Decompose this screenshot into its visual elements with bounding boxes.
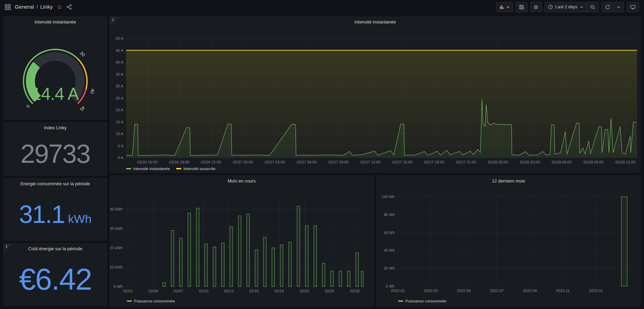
legend-swatch <box>127 300 132 302</box>
svg-text:40 Wh: 40 Wh <box>384 248 395 252</box>
svg-text:15 A: 15 A <box>116 120 124 124</box>
energie-value: 31.1 <box>19 202 65 227</box>
svg-text:0: 0 <box>25 104 31 109</box>
svg-text:2022-11: 2022-11 <box>556 289 570 293</box>
breadcrumb-separator: / <box>36 4 38 10</box>
time-range-label: Last 2 days <box>555 4 577 9</box>
legend-item-intensite-souscrite[interactable]: Intensité souscrite <box>176 167 215 171</box>
panel-title[interactable]: Coût énergie sur la période <box>4 244 107 253</box>
svg-text:10 kWh: 10 kWh <box>110 265 123 269</box>
panel-timeseries-intensite: i Intensité instantanée 0 A5 A10 A15 A20… <box>110 17 641 173</box>
panel-info-corner[interactable] <box>4 244 13 253</box>
svg-text:02/27 00:00: 02/27 00:00 <box>233 160 253 164</box>
svg-text:80 Wh: 80 Wh <box>384 213 395 217</box>
panel-mois-en-cours: Mois en cours 0 Wh10 kWh20 kWh30 kWh40 k… <box>110 176 374 306</box>
legend-item-puissance-consommee[interactable]: Puissance consommée <box>398 299 446 303</box>
svg-text:02/22: 02/22 <box>300 289 309 293</box>
svg-text:02/28 12:00: 02/28 12:00 <box>615 160 635 164</box>
intensite-timeseries-chart[interactable]: 0 A5 A10 A15 A20 A25 A30 A35 A40 A45 A50… <box>110 27 640 165</box>
svg-text:02/27 18:00: 02/27 18:00 <box>424 160 444 164</box>
svg-text:02/13: 02/13 <box>224 289 234 293</box>
share-icon[interactable] <box>66 4 72 10</box>
breadcrumb-section[interactable]: General <box>15 4 34 10</box>
svg-text:25 A: 25 A <box>116 96 124 100</box>
douze-derniers-mois-chart[interactable]: 0 Wh20 Wh40 Wh60 Wh80 Wh100 Wh2022-01202… <box>377 186 640 297</box>
panel-title[interactable]: Energie consommée sur la période <box>4 179 107 188</box>
refresh-controls <box>602 2 624 12</box>
panel-gauge-intensite: Intensité instantanée 030404514.4 A <box>3 17 107 120</box>
svg-text:2022-07: 2022-07 <box>490 289 504 293</box>
monitor-icon <box>630 4 636 10</box>
svg-text:02/26 21:00: 02/26 21:00 <box>201 160 221 164</box>
chevron-down-icon <box>617 5 621 9</box>
svg-text:02/27 21:00: 02/27 21:00 <box>456 160 476 164</box>
panel-title[interactable]: 12 derniers mois <box>377 176 640 186</box>
panel-title[interactable]: Mois en cours <box>110 176 373 186</box>
svg-text:02/25: 02/25 <box>325 289 335 293</box>
cycle-view-button[interactable] <box>627 2 639 12</box>
svg-text:02/16: 02/16 <box>249 289 259 293</box>
mois-legend: Puissance consommée <box>127 299 373 303</box>
panel-add-icon <box>500 4 505 9</box>
refresh-interval-dropdown[interactable] <box>613 2 624 12</box>
apps-grid-icon[interactable] <box>5 4 11 10</box>
legend-item-puissance-consommee[interactable]: Puissance consommée <box>127 299 175 303</box>
timeseries-legend: Intensité instantanée Intensité souscrit… <box>126 167 640 171</box>
svg-text:50 A: 50 A <box>116 36 124 40</box>
gauge-intensite[interactable]: 030404514.4 A <box>4 27 107 118</box>
time-controls: Last 2 days <box>545 2 599 12</box>
breadcrumb[interactable]: General / Linky <box>15 4 53 10</box>
svg-text:02/27 03:00: 02/27 03:00 <box>265 160 285 164</box>
magnifier-minus-icon <box>590 4 595 10</box>
favorite-star-icon[interactable]: ☆ <box>57 4 62 10</box>
svg-text:02/28 03:00: 02/28 03:00 <box>520 160 540 164</box>
svg-text:20 A: 20 A <box>116 108 124 112</box>
refresh-button[interactable] <box>602 2 614 12</box>
legend-label: Puissance consommée <box>134 299 175 303</box>
breadcrumb-page[interactable]: Linky <box>40 4 52 10</box>
panel-info-corner[interactable] <box>110 17 119 26</box>
dashboard-settings-button[interactable]: ⚙ <box>530 2 542 12</box>
info-icon: i <box>112 18 114 22</box>
svg-text:100 Wh: 100 Wh <box>382 195 395 199</box>
zoom-out-time-button[interactable] <box>587 2 599 12</box>
panel-12-derniers-mois: 12 derniers mois 0 Wh20 Wh40 Wh60 Wh80 W… <box>376 176 641 306</box>
cout-value: €6.42 <box>19 264 92 294</box>
legend-label: Intensité instantanée <box>133 167 170 171</box>
save-dashboard-button[interactable] <box>516 2 528 12</box>
mois12-legend: Puissance consommée <box>398 299 640 303</box>
svg-text:02/01: 02/01 <box>123 289 133 293</box>
panel-title[interactable]: Index Linky <box>4 123 107 132</box>
time-range-picker[interactable]: Last 2 days <box>545 2 587 12</box>
panel-title[interactable]: Intensité instantanée <box>4 17 107 27</box>
svg-text:02/27 06:00: 02/27 06:00 <box>297 160 317 164</box>
legend-label: Intensité souscrite <box>183 167 215 171</box>
svg-text:0 Wh: 0 Wh <box>114 284 123 289</box>
clock-icon <box>548 4 553 9</box>
navbar: General / Linky ☆ + <box>0 0 644 14</box>
panel-energie-periode: Energie consommée sur la période 31.1 kW… <box>3 178 107 241</box>
svg-text:35 A: 35 A <box>116 72 124 76</box>
panel-title[interactable]: Intensité instantanée <box>110 17 640 27</box>
svg-text:02/28 09:00: 02/28 09:00 <box>584 160 604 164</box>
svg-text:2022-03: 2022-03 <box>424 289 438 293</box>
svg-text:02/27 12:00: 02/27 12:00 <box>361 160 381 164</box>
svg-text:10 A: 10 A <box>116 132 124 136</box>
add-panel-button[interactable]: + <box>496 2 513 12</box>
legend-swatch <box>398 300 403 302</box>
plus-badge: + <box>507 4 509 10</box>
legend-swatch <box>126 168 131 169</box>
svg-text:40 kWh: 40 kWh <box>110 207 123 211</box>
svg-text:02/26 18:00: 02/26 18:00 <box>169 160 189 164</box>
mois-en-cours-chart[interactable]: 0 Wh10 kWh20 kWh30 kWh40 kWh02/0102/0402… <box>110 186 373 297</box>
chevron-down-icon <box>580 5 584 9</box>
svg-text:14.4 A: 14.4 A <box>32 84 79 104</box>
info-icon: i <box>6 244 7 249</box>
svg-text:2022-01: 2022-01 <box>391 289 405 293</box>
legend-swatch <box>176 168 181 169</box>
panel-index-linky: Index Linky 29733 <box>3 122 107 176</box>
legend-item-intensite-instantanee[interactable]: Intensité instantanée <box>126 167 170 171</box>
svg-text:0 Wh: 0 Wh <box>386 284 395 288</box>
svg-text:02/10: 02/10 <box>199 289 209 293</box>
svg-text:45: 45 <box>79 105 86 112</box>
